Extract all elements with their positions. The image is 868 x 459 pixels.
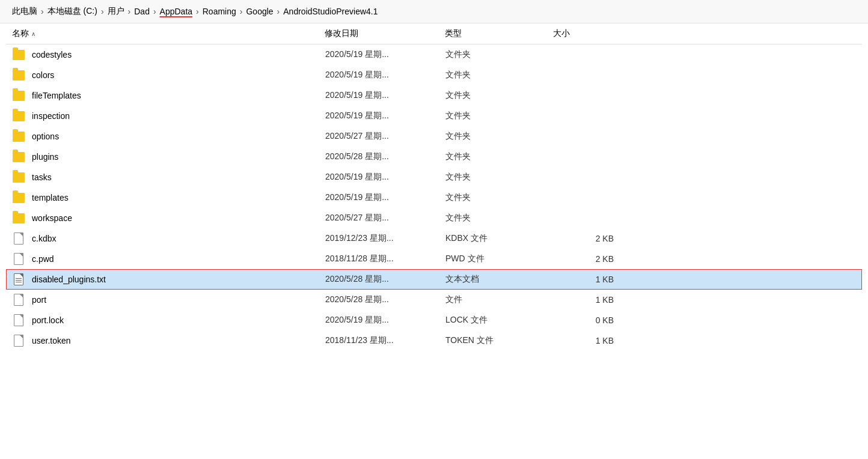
table-row[interactable]: options2020/5/27 星期...文件夹 xyxy=(6,126,862,147)
header-size[interactable]: 大小 xyxy=(553,28,625,39)
file-date: 2020/5/28 星期... xyxy=(325,294,445,305)
breadcrumb-bar: 此电脑 › 本地磁盘 (C:) › 用户 › Dad › AppData › R… xyxy=(0,0,868,23)
file-name: colors xyxy=(32,70,328,80)
file-list-header[interactable]: 名称 ∧ 修改日期 类型 大小 xyxy=(6,23,862,44)
breadcrumb-separator-3: › xyxy=(153,7,156,16)
breadcrumb-item-3[interactable]: Dad xyxy=(134,7,150,16)
file-date: 2020/5/28 星期... xyxy=(325,274,445,285)
table-row[interactable]: colors2020/5/19 星期...文件夹 xyxy=(6,65,862,85)
file-size: 0 KB xyxy=(554,315,626,325)
folder-icon xyxy=(13,49,25,61)
file-name: workspace xyxy=(32,213,328,223)
file-type: KDBX 文件 xyxy=(445,233,554,244)
table-row[interactable]: port.lock2020/5/19 星期...LOCK 文件0 KB xyxy=(6,310,862,330)
file-date: 2020/5/27 星期... xyxy=(325,213,445,223)
sort-arrow: ∧ xyxy=(31,31,35,37)
header-name[interactable]: 名称 ∧ xyxy=(12,28,325,39)
breadcrumb-item-4[interactable]: AppData xyxy=(160,7,192,16)
folder-icon xyxy=(13,212,25,224)
header-type[interactable]: 类型 xyxy=(445,28,553,39)
file-name: templates xyxy=(32,193,328,202)
folder-icon xyxy=(13,171,25,183)
breadcrumb-separator-1: › xyxy=(101,7,104,16)
folder-icon xyxy=(13,130,25,142)
breadcrumb-item-6[interactable]: Google xyxy=(246,7,273,16)
file-type: 文件夹 xyxy=(445,213,554,223)
file-icon xyxy=(13,335,25,347)
file-icon xyxy=(13,314,25,326)
breadcrumb-item-2[interactable]: 用户 xyxy=(108,6,124,17)
file-list: 名称 ∧ 修改日期 类型 大小 codestyles2020/5/19 星期..… xyxy=(0,23,868,351)
file-name: fileTemplates xyxy=(32,91,328,100)
table-row[interactable]: workspace2020/5/27 星期...文件夹 xyxy=(6,208,862,228)
file-type: 文件夹 xyxy=(445,49,554,60)
file-date: 2020/5/19 星期... xyxy=(325,111,445,121)
folder-icon xyxy=(13,110,25,122)
file-name: c.pwd xyxy=(32,254,328,264)
file-date: 2020/5/19 星期... xyxy=(325,172,445,183)
explorer-window: 此电脑 › 本地磁盘 (C:) › 用户 › Dad › AppData › R… xyxy=(0,0,868,459)
breadcrumb-item-1[interactable]: 本地磁盘 (C:) xyxy=(47,6,97,17)
file-name: options xyxy=(32,132,328,141)
file-name: port.lock xyxy=(32,315,328,325)
file-rows-container: codestyles2020/5/19 星期...文件夹colors2020/5… xyxy=(6,44,862,351)
file-type: 文件夹 xyxy=(445,192,554,203)
file-type: TOKEN 文件 xyxy=(445,335,554,346)
file-icon xyxy=(13,233,25,245)
breadcrumb-separator-5: › xyxy=(240,7,243,16)
file-type: 文件夹 xyxy=(445,172,554,183)
table-row[interactable]: c.pwd2018/11/28 星期...PWD 文件2 KB xyxy=(6,249,862,269)
table-row[interactable]: templates2020/5/19 星期...文件夹 xyxy=(6,187,862,208)
file-type: LOCK 文件 xyxy=(445,315,554,326)
breadcrumb-item-5[interactable]: Roaming xyxy=(203,7,236,16)
header-date[interactable]: 修改日期 xyxy=(325,28,445,39)
file-type: 文件夹 xyxy=(445,151,554,162)
table-row[interactable]: disabled_plugins.txt2020/5/28 星期...文本文档1… xyxy=(6,269,862,290)
table-row[interactable]: tasks2020/5/19 星期...文件夹 xyxy=(6,167,862,187)
file-date: 2020/5/19 星期... xyxy=(325,192,445,203)
file-date: 2020/5/19 星期... xyxy=(325,70,445,81)
file-name: tasks xyxy=(32,172,328,182)
file-date: 2018/11/28 星期... xyxy=(325,254,445,264)
folder-icon xyxy=(13,151,25,163)
file-size: 1 KB xyxy=(554,295,626,305)
file-name: inspection xyxy=(32,111,328,121)
breadcrumb-separator-0: › xyxy=(41,7,44,16)
file-type: 文本文档 xyxy=(445,274,554,285)
file-name: plugins xyxy=(32,152,328,162)
file-date: 2018/11/23 星期... xyxy=(325,335,445,346)
breadcrumb-item-0[interactable]: 此电脑 xyxy=(12,6,37,17)
file-name: codestyles xyxy=(32,50,328,59)
file-name: disabled_plugins.txt xyxy=(32,275,328,284)
file-date: 2020/5/28 星期... xyxy=(325,151,445,162)
file-size: 1 KB xyxy=(554,336,626,345)
file-name: c.kdbx xyxy=(32,234,328,243)
folder-icon xyxy=(13,69,25,81)
table-row[interactable]: user.token2018/11/23 星期...TOKEN 文件1 KB xyxy=(6,330,862,351)
file-type: 文件夹 xyxy=(445,111,554,121)
txt-file-icon xyxy=(13,273,25,285)
file-size: 2 KB xyxy=(554,254,626,264)
table-row[interactable]: fileTemplates2020/5/19 星期...文件夹 xyxy=(6,85,862,106)
file-date: 2019/12/23 星期... xyxy=(325,233,445,244)
table-row[interactable]: plugins2020/5/28 星期...文件夹 xyxy=(6,147,862,167)
file-date: 2020/5/19 星期... xyxy=(325,315,445,326)
file-type: 文件夹 xyxy=(445,70,554,81)
breadcrumb-separator-4: › xyxy=(196,7,199,16)
table-row[interactable]: codestyles2020/5/19 星期...文件夹 xyxy=(6,44,862,65)
header-name-label: 名称 xyxy=(12,28,29,39)
file-size: 1 KB xyxy=(554,275,626,284)
breadcrumb-separator-2: › xyxy=(128,7,131,16)
folder-icon xyxy=(13,192,25,204)
breadcrumb-separator-6: › xyxy=(277,7,280,16)
breadcrumb-item-7[interactable]: AndroidStudioPreview4.1 xyxy=(283,7,377,16)
file-type: 文件 xyxy=(445,294,554,305)
file-date: 2020/5/19 星期... xyxy=(325,90,445,101)
table-row[interactable]: c.kdbx2019/12/23 星期...KDBX 文件2 KB xyxy=(6,228,862,249)
file-size: 2 KB xyxy=(554,234,626,243)
file-name: user.token xyxy=(32,336,328,345)
table-row[interactable]: inspection2020/5/19 星期...文件夹 xyxy=(6,106,862,126)
file-date: 2020/5/27 星期... xyxy=(325,131,445,142)
table-row[interactable]: port2020/5/28 星期...文件1 KB xyxy=(6,290,862,310)
folder-icon xyxy=(13,90,25,102)
